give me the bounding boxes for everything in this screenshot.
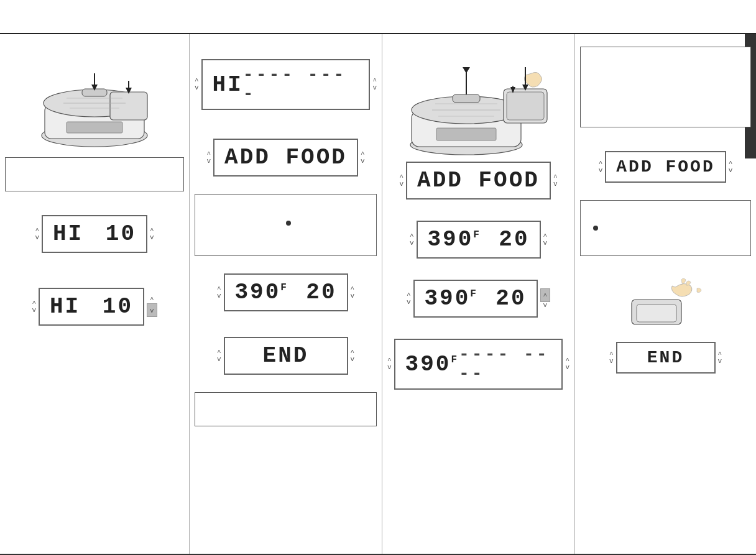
arrow-highlight-down[interactable]: v	[147, 303, 157, 317]
arrow-up-c2-l4[interactable]: ^	[217, 349, 221, 356]
display-390-20-row-c2: ^ v 390F 20 ^ v	[195, 273, 377, 311]
arrow-group-c3-r2[interactable]: ^ v	[543, 233, 548, 247]
arrow-down-c2-r1[interactable]: v	[372, 85, 377, 91]
arrow-down-c2-r2[interactable]: v	[361, 158, 365, 165]
arrow-up-c4-r2[interactable]: ^	[718, 351, 722, 358]
arrow-down-c3-l2[interactable]: v	[410, 240, 414, 247]
arrow-up-icon-2[interactable]: ^	[32, 300, 36, 307]
arrow-down-c3-r4[interactable]: v	[565, 364, 569, 371]
arrow-up-c3-l1[interactable]: ^	[399, 174, 403, 181]
arrow-highlight-up-c3[interactable]: ^	[540, 288, 551, 302]
arrow-up-icon-r2[interactable]: ^	[150, 296, 154, 303]
arrow-up-c2-l2[interactable]: ^	[206, 151, 211, 158]
arrow-up-c3-l2[interactable]: ^	[410, 233, 414, 240]
display-390-20-c3-2: 390F 20	[413, 280, 538, 318]
main-layout: ^ v HI 10 ^ v ^ v HI 10 ^	[0, 34, 756, 555]
column-2: ^ v HI ---- ---- ^ v ^ v ADD FOOD ^	[190, 34, 382, 555]
arrow-group-c3-r4[interactable]: ^ v	[565, 357, 569, 371]
arrow-down-c3-l1[interactable]: v	[399, 181, 403, 188]
arrow-down-c2-r3[interactable]: v	[351, 293, 355, 300]
arrow-group-c2-r1[interactable]: ^ v	[372, 78, 377, 91]
arrow-group-c3-l2[interactable]: ^ v	[410, 233, 414, 247]
display-end-row-c2: ^ v END ^ v	[195, 337, 377, 375]
arrow-down-c2-l1[interactable]: v	[195, 85, 199, 91]
text-box-c2	[195, 194, 377, 256]
arrow-group-c4-r2[interactable]: ^ v	[718, 351, 722, 365]
hi-label-2: HI	[50, 294, 80, 319]
column-3: ^ v ADD FOOD ^ v ^ v 390F 20	[382, 34, 575, 555]
svg-rect-6	[110, 92, 147, 120]
arrow-group-c4-l1[interactable]: ^ v	[599, 160, 603, 174]
display-end-c4: END	[616, 342, 716, 374]
arrow-up-c4-l1[interactable]: ^	[599, 160, 603, 167]
arrow-up-icon-r1[interactable]: ^	[150, 227, 154, 234]
arrow-group-c2-l2[interactable]: ^ v	[206, 151, 211, 165]
arrow-group-c3-r1[interactable]: ^ v	[553, 174, 558, 188]
arrow-down-c2-r4[interactable]: v	[351, 356, 355, 363]
arrow-group-c2-r3[interactable]: ^ v	[351, 286, 355, 300]
arrow-group-c3-r3[interactable]: ^ v	[540, 288, 551, 309]
arrow-group-c4-r1[interactable]: ^ v	[729, 160, 733, 174]
text-box-c4	[580, 200, 751, 256]
arrow-group-right-2[interactable]: ^ v	[147, 296, 157, 317]
arrow-down-icon-r1[interactable]: v	[150, 234, 154, 241]
arrow-down-c3-r3[interactable]: v	[543, 302, 548, 309]
arrow-group-c2-r4[interactable]: ^ v	[351, 349, 355, 363]
top-bar	[0, 0, 756, 34]
arrow-up-c3-r3[interactable]: ^	[543, 292, 548, 300]
arrow-down-c4-r2[interactable]: v	[718, 358, 722, 365]
appliance-illustration-3	[619, 275, 712, 331]
arrow-up-c3-l3[interactable]: ^	[407, 292, 411, 299]
display-end-row-c4: ^ v END ^ v	[580, 342, 751, 374]
arrow-group-c3-l3[interactable]: ^ v	[407, 292, 411, 306]
temp-c3-dashes: 390F	[405, 352, 459, 377]
arrow-up-c2-r3[interactable]: ^	[351, 286, 355, 293]
arrow-group-left-1[interactable]: ^ v	[35, 227, 39, 241]
arrow-group-c3-l1[interactable]: ^ v	[399, 174, 403, 188]
bullet-c4	[593, 226, 598, 231]
note-box-c2-bottom	[195, 392, 377, 426]
arrow-down-c2-l4[interactable]: v	[217, 356, 221, 363]
arrow-down-c2-l3[interactable]: v	[217, 293, 221, 300]
add-food-text-c3: ADD FOOD	[417, 168, 540, 193]
arrow-down-c4-l1[interactable]: v	[599, 167, 603, 174]
display-end-c2: END	[224, 337, 348, 375]
appliance-illustration-1	[26, 53, 163, 152]
arrow-down-c4-l2[interactable]: v	[609, 358, 614, 365]
arrow-group-right-1[interactable]: ^ v	[150, 227, 154, 241]
arrow-down-icon-r2[interactable]: v	[150, 307, 154, 314]
arrow-down-c3-r2[interactable]: v	[543, 240, 548, 247]
arrow-down-c2-l2[interactable]: v	[206, 158, 211, 165]
arrow-up-c3-r1[interactable]: ^	[553, 174, 558, 181]
arrow-group-c2-l1[interactable]: ^ v	[195, 78, 199, 91]
arrow-group-c2-r2[interactable]: ^ v	[361, 151, 365, 165]
arrow-down-icon-2[interactable]: v	[32, 307, 36, 314]
arrow-group-c4-l2[interactable]: ^ v	[609, 351, 614, 365]
display-390-dashes-row-c3: ^ v 390F ---- ---- ^ v	[387, 339, 569, 390]
column-1: ^ v HI 10 ^ v ^ v HI 10 ^	[0, 34, 190, 555]
display-hi-dashes-row: ^ v HI ---- ---- ^ v	[195, 59, 377, 110]
arrow-up-c3-r2[interactable]: ^	[543, 233, 548, 240]
display-add-food-c3: ADD FOOD	[406, 162, 551, 200]
arrow-up-c4-r1[interactable]: ^	[729, 160, 733, 167]
arrow-group-c3-l4[interactable]: ^ v	[387, 357, 392, 371]
hi-label-1: HI	[53, 221, 83, 247]
arrow-up-c2-r2[interactable]: ^	[361, 151, 365, 158]
arrow-group-c2-l3[interactable]: ^ v	[217, 286, 221, 300]
arrow-up-c2-r4[interactable]: ^	[351, 349, 355, 356]
arrow-down-c3-r1[interactable]: v	[553, 181, 558, 188]
arrow-up-icon[interactable]: ^	[35, 227, 39, 234]
arrow-down-c3-l3[interactable]: v	[407, 299, 411, 306]
display-390-20-c3-1: 390F 20	[417, 221, 541, 259]
display-hi-dashes: HI ---- ----	[201, 59, 371, 110]
temp-c3-1: 390F	[428, 227, 481, 252]
arrow-up-c2-l3[interactable]: ^	[217, 286, 221, 293]
arrow-down-icon[interactable]: v	[35, 234, 39, 241]
arrow-down-c4-r1[interactable]: v	[729, 167, 733, 174]
arrow-down-c3-l4[interactable]: v	[387, 364, 392, 371]
arrow-group-c2-l4[interactable]: ^ v	[217, 349, 221, 363]
arrow-group-left-2[interactable]: ^ v	[32, 300, 36, 314]
arrow-up-c4-l2[interactable]: ^	[609, 351, 614, 358]
temp-c2: 390F	[235, 280, 288, 305]
hi-text-c2: HI	[213, 72, 243, 98]
